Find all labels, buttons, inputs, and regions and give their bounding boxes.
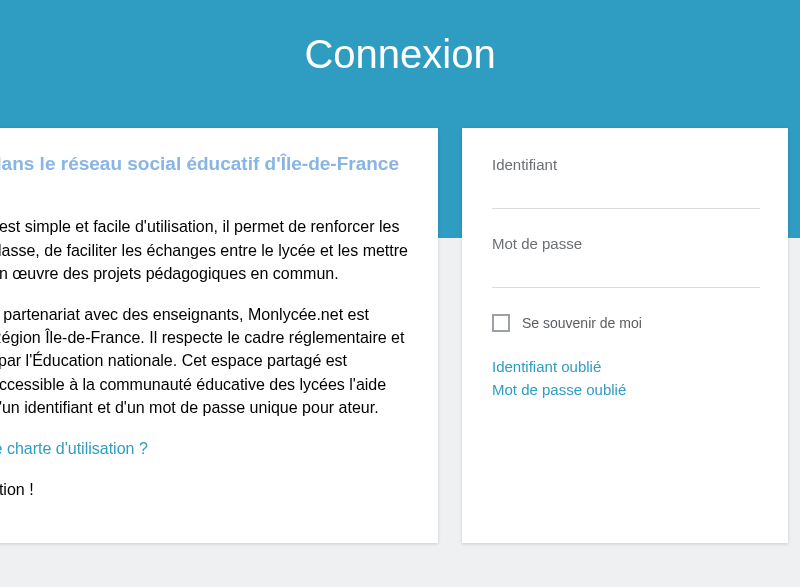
password-label: Mot de passe: [492, 235, 760, 252]
remember-label: Se souvenir de moi: [522, 315, 642, 331]
username-label: Identifiant: [492, 156, 760, 173]
remember-checkbox[interactable]: [492, 314, 510, 332]
info-footer-text: ation !: [0, 478, 410, 501]
page-title: Connexion: [304, 32, 495, 77]
username-input[interactable]: [492, 179, 760, 209]
info-paragraph-1: t est simple et facile d'utilisation, il…: [0, 215, 410, 285]
forgot-username-link[interactable]: Identifiant oublié: [492, 356, 760, 379]
info-card: dans le réseau social éducatif d'Île-de-…: [0, 128, 438, 543]
remember-row: Se souvenir de moi: [492, 314, 760, 332]
forgot-password-link[interactable]: Mot de passe oublié: [492, 379, 760, 402]
info-paragraph-2: n partenariat avec des enseignants, Monl…: [0, 303, 410, 419]
charter-link[interactable]: le charte d'utilisation ?: [0, 437, 410, 460]
content-wrapper: dans le réseau social éducatif d'Île-de-…: [0, 128, 800, 543]
username-field-group: Identifiant: [492, 156, 760, 209]
password-field-group: Mot de passe: [492, 235, 760, 288]
login-card: Identifiant Mot de passe Se souvenir de …: [462, 128, 788, 543]
info-card-title: dans le réseau social éducatif d'Île-de-…: [0, 152, 410, 201]
password-input[interactable]: [492, 258, 760, 288]
